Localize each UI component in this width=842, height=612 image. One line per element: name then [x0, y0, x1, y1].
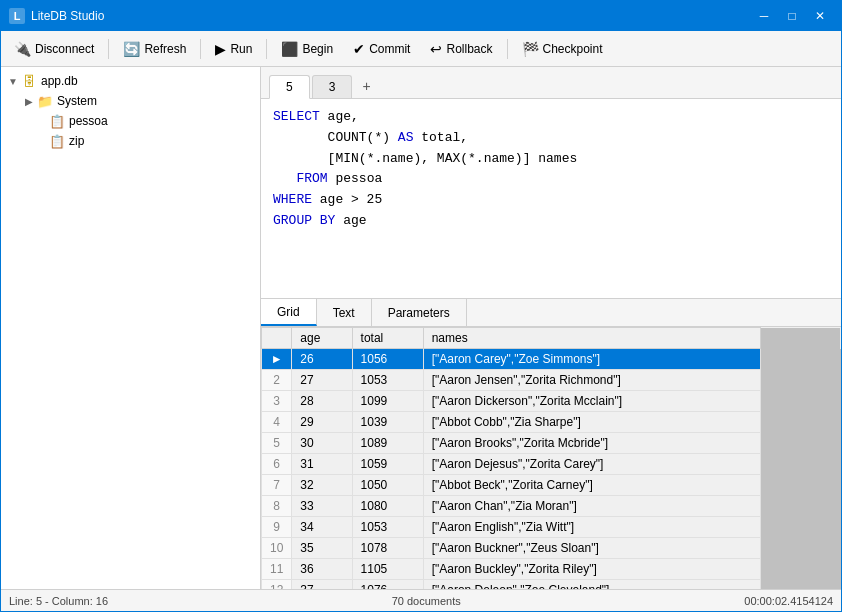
table-row[interactable]: ►261056["Aaron Carey","Zoe Simmons"] [262, 349, 841, 370]
checkpoint-button[interactable]: 🏁 Checkpoint [513, 35, 612, 63]
begin-label: Begin [302, 42, 333, 56]
begin-icon: ⬛ [281, 41, 298, 57]
cell-rownum: 7 [262, 475, 292, 496]
refresh-icon: 🔄 [123, 41, 140, 57]
cell-rownum: 11 [262, 559, 292, 580]
commit-button[interactable]: ✔ Commit [344, 35, 419, 63]
cell-total: 1059 [352, 454, 423, 475]
disconnect-button[interactable]: 🔌 Disconnect [5, 35, 103, 63]
cell-fill [761, 559, 841, 580]
refresh-label: Refresh [144, 42, 186, 56]
rollback-button[interactable]: ↩ Rollback [421, 35, 501, 63]
cell-age: 36 [292, 559, 352, 580]
cell-rownum: 8 [262, 496, 292, 517]
cell-names: ["Aaron Buckner","Zeus Sloan"] [423, 538, 760, 559]
table-row[interactable]: 10351078["Aaron Buckner","Zeus Sloan"] [262, 538, 841, 559]
cell-names: ["Aaron Buckley","Zorita Riley"] [423, 559, 760, 580]
table-row[interactable]: 6311059["Aaron Dejesus","Zorita Carey"] [262, 454, 841, 475]
tree-table-zip[interactable]: 📋 zip [17, 131, 260, 151]
title-bar: L LiteDB Studio ─ □ ✕ [1, 1, 841, 31]
table-row[interactable]: 8331080["Aaron Chan","Zia Moran"] [262, 496, 841, 517]
cell-fill [761, 538, 841, 559]
system-expand-icon: ▶ [21, 93, 37, 109]
table-row[interactable]: 7321050["Abbot Beck","Zorita Carney"] [262, 475, 841, 496]
cell-total: 1076 [352, 580, 423, 590]
editor-tabs: 5 3 + [261, 67, 841, 99]
main-area: ▼ 🗄 app.db ▶ 📁 System 📋 pessoa 📋 [1, 67, 841, 589]
result-tab-text[interactable]: Text [317, 299, 372, 326]
table-row[interactable]: 12371076["Aaron Deleon","Zoe Cleveland"] [262, 580, 841, 590]
disconnect-label: Disconnect [35, 42, 94, 56]
sql-editor[interactable]: SELECT age, COUNT(*) AS total, [MIN(*.na… [261, 99, 841, 299]
table-row[interactable]: 4291039["Abbot Cobb","Zia Sharpe"] [262, 412, 841, 433]
result-tab-parameters[interactable]: Parameters [372, 299, 467, 326]
table-pessoa-label: pessoa [69, 114, 108, 128]
minimize-button[interactable]: ─ [751, 6, 777, 26]
cell-rownum: ► [262, 349, 292, 370]
db-icon: 🗄 [21, 73, 37, 89]
tree-table-pessoa[interactable]: 📋 pessoa [17, 111, 260, 131]
col-header-total: total [352, 328, 423, 349]
cell-rownum: 10 [262, 538, 292, 559]
run-button[interactable]: ▶ Run [206, 35, 261, 63]
window-controls: ─ □ ✕ [751, 6, 833, 26]
checkpoint-icon: 🏁 [522, 41, 539, 57]
cell-names: ["Aaron Carey","Zoe Simmons"] [423, 349, 760, 370]
cell-names: ["Aaron Dejesus","Zorita Carey"] [423, 454, 760, 475]
system-folder-icon: 📁 [37, 93, 53, 109]
table-row[interactable]: 2271053["Aaron Jensen","Zorita Richmond"… [262, 370, 841, 391]
cell-age: 37 [292, 580, 352, 590]
status-time: 00:00:02.4154124 [744, 595, 833, 607]
tab-2-label: 3 [329, 80, 336, 94]
cell-total: 1078 [352, 538, 423, 559]
result-tabs: Grid Text Parameters [261, 299, 841, 327]
tab-1[interactable]: 5 [269, 75, 310, 99]
refresh-button[interactable]: 🔄 Refresh [114, 35, 195, 63]
cell-fill [761, 412, 841, 433]
table-row[interactable]: 9341053["Aaron English","Zia Witt"] [262, 517, 841, 538]
cell-total: 1099 [352, 391, 423, 412]
results-area: Grid Text Parameters age [261, 299, 841, 589]
table-row[interactable]: 5301089["Aaron Brooks","Zorita Mcbride"] [262, 433, 841, 454]
cell-total: 1053 [352, 370, 423, 391]
cell-total: 1039 [352, 412, 423, 433]
system-label: System [57, 94, 97, 108]
cell-age: 27 [292, 370, 352, 391]
cell-rownum: 6 [262, 454, 292, 475]
cell-names: ["Aaron Chan","Zia Moran"] [423, 496, 760, 517]
status-documents: 70 documents [392, 595, 461, 607]
close-button[interactable]: ✕ [807, 6, 833, 26]
results-table: age total names ►261056["Aaron Carey","Z… [261, 327, 841, 589]
commit-label: Commit [369, 42, 410, 56]
cell-fill [761, 580, 841, 590]
tab-add-button[interactable]: + [354, 74, 378, 98]
maximize-button[interactable]: □ [779, 6, 805, 26]
cell-fill [761, 349, 841, 370]
main-window: L LiteDB Studio ─ □ ✕ 🔌 Disconnect 🔄 Ref… [0, 0, 842, 612]
app-icon: L [9, 8, 25, 24]
result-tab-grid[interactable]: Grid [261, 299, 317, 326]
separator-1 [108, 39, 109, 59]
cell-total: 1050 [352, 475, 423, 496]
cell-age: 33 [292, 496, 352, 517]
cell-names: ["Abbot Beck","Zorita Carney"] [423, 475, 760, 496]
data-grid[interactable]: age total names ►261056["Aaron Carey","Z… [261, 327, 841, 589]
cell-age: 31 [292, 454, 352, 475]
table-header-row: age total names [262, 328, 841, 349]
tree-system[interactable]: ▶ 📁 System [17, 91, 260, 111]
scrollbar-header-placeholder [761, 328, 841, 349]
table-zip-icon: 📋 [49, 133, 65, 149]
begin-button[interactable]: ⬛ Begin [272, 35, 342, 63]
cell-names: ["Aaron Deleon","Zoe Cleveland"] [423, 580, 760, 590]
separator-2 [200, 39, 201, 59]
cell-fill [761, 496, 841, 517]
table-row[interactable]: 3281099["Aaron Dickerson","Zorita Mcclai… [262, 391, 841, 412]
cell-rownum: 3 [262, 391, 292, 412]
tree-root[interactable]: ▼ 🗄 app.db [1, 71, 260, 91]
tab-2[interactable]: 3 [312, 75, 353, 98]
code-line-3: [MIN(*.name), MAX(*.name)] names [273, 149, 829, 170]
table-row[interactable]: 11361105["Aaron Buckley","Zorita Riley"] [262, 559, 841, 580]
code-line-6: GROUP BY age [273, 211, 829, 232]
cell-names: ["Abbot Cobb","Zia Sharpe"] [423, 412, 760, 433]
code-line-1: SELECT age, [273, 107, 829, 128]
